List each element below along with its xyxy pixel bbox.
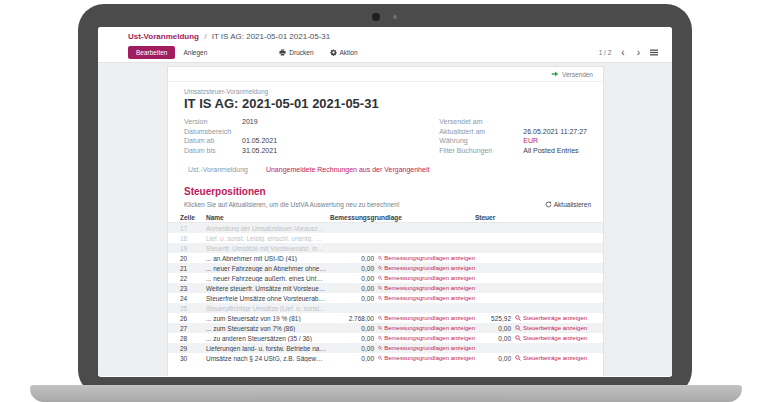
field-value: 01.05.2021 (242, 137, 277, 144)
base-amounts-link[interactable]: Bemessungsgrundlagen anzeigen (378, 265, 475, 271)
action-button-label: Aktion (340, 49, 358, 56)
tax-positions-table: Zeile Name Bemessungsgrundlage Steuer 17… (168, 213, 603, 363)
cell-tax-amount: 0,00 (475, 325, 515, 332)
cell-base-amount: 0,00 (330, 325, 378, 332)
breadcrumb-separator: / (204, 32, 206, 41)
cell-name: ... zu anderen Steuersätzen (35 / 36) (206, 335, 330, 342)
breadcrumb: Ust-Voranmeldung / IT IS AG: 2021-05-01 … (128, 32, 658, 41)
cell-zeile: 17 (180, 225, 206, 232)
edit-button[interactable]: Bearbeiten (128, 46, 175, 59)
app-screen: Ust-Voranmeldung / IT IS AG: 2021-05-01 … (98, 27, 672, 377)
cell-zeile: 25 (180, 305, 206, 312)
table-row: 24Steuerfreie Umsätze ohne Vorsteuerabzu… (168, 293, 603, 303)
table-row: 17Anmeldung der Umsatzsteuer-Vorauszahlu… (168, 223, 603, 233)
field-value: 2019 (242, 118, 258, 125)
gear-icon (330, 49, 337, 56)
base-amounts-link[interactable]: Bemessungsgrundlagen anzeigen (378, 285, 475, 291)
table-row: 25Steuerpflichtige Umsätze (Lief. u. son… (168, 303, 603, 313)
field-label: Versendet am (439, 118, 523, 125)
table-row: 27... zum Steuersatz von 7% (86)0,00Beme… (168, 323, 603, 333)
chevron-left-icon[interactable]: ‹ (619, 49, 626, 57)
magnifier-icon (378, 325, 382, 331)
cell-zeile: 30 (180, 355, 206, 362)
base-amounts-link[interactable]: Bemessungsgrundlagen anzeigen (378, 295, 475, 301)
refresh-hint-text: Klicken Sie auf Aktualisieren, um die Us… (184, 201, 400, 208)
cell-base-amount: 2.768,00 (330, 315, 378, 322)
magnifier-icon (515, 335, 521, 341)
magnifier-icon (378, 275, 382, 281)
cell-name: Steuerpflichtige Umsätze (Lief. u. sonst… (206, 305, 330, 312)
base-amounts-link-label: Bemessungsgrundlagen anzeigen (384, 335, 475, 341)
field-value: 26.05.2021 11:27:27 (523, 128, 587, 135)
table-row: 26... zum Steuersatz von 19 % (81)2.768,… (168, 313, 603, 323)
cell-base-amount: 0,00 (330, 345, 378, 352)
cell-name: ... zum Steuersatz von 7% (86) (206, 325, 330, 332)
base-amounts-link[interactable]: Bemessungsgrundlagen anzeigen (378, 275, 475, 281)
base-amounts-link[interactable]: Bemessungsgrundlagen anzeigen (378, 335, 475, 341)
base-amounts-link[interactable]: Bemessungsgrundlagen anzeigen (378, 315, 475, 321)
field-value: All Posted Entries (523, 147, 578, 154)
print-button[interactable]: Drucken (279, 49, 313, 56)
base-amounts-link[interactable]: Bemessungsgrundlagen anzeigen (378, 355, 475, 361)
send-button[interactable]: Versenden (168, 67, 603, 82)
camera-icon (372, 13, 380, 21)
table-row: 28... zu anderen Steuersätzen (35 / 36)0… (168, 333, 603, 343)
breadcrumb-document: IT IS AG: 2021-05-01 2021-05-31 (212, 32, 331, 41)
cell-zeile: 18 (180, 235, 206, 242)
refresh-icon (545, 201, 552, 208)
base-amounts-link-label: Bemessungsgrundlagen anzeigen (384, 265, 475, 271)
cell-name: Steuerfr. Umsätze mit Vorsteuerabz. inne… (206, 245, 330, 252)
cell-name: ... zum Steuersatz von 19 % (81) (206, 315, 330, 322)
page-background: Ust-Voranmeldung / IT IS AG: 2021-05-01 … (0, 0, 770, 402)
field-section: Version2019DatumsbereichDatum ab01.05.20… (168, 112, 603, 155)
base-amounts-link[interactable]: Bemessungsgrundlagen anzeigen (378, 325, 475, 331)
action-button[interactable]: Aktion (330, 49, 358, 56)
table-row: 29Lieferungen land- u. forstw. Betriebe … (168, 343, 603, 353)
tax-amounts-link-label: Steuerbeträge anzeigen (523, 335, 587, 341)
base-amounts-link[interactable]: Bemessungsgrundlagen anzeigen (378, 345, 475, 351)
magnifier-icon (378, 335, 382, 341)
field-value[interactable]: EUR (523, 137, 538, 144)
tax-amounts-link-label: Steuerbeträge anzeigen (523, 355, 587, 361)
table-body: 17Anmeldung der Umsatzsteuer-Vorauszahlu… (168, 223, 603, 363)
refresh-button[interactable]: Aktualisieren (545, 201, 591, 208)
toolbar-center: Drucken Aktion (279, 49, 357, 56)
magnifier-icon (378, 355, 382, 361)
menu-icon[interactable] (650, 49, 658, 56)
table-row: 23Weitere steuerfr. Umsätze mit Vorsteue… (168, 283, 603, 293)
tax-amounts-link[interactable]: Steuerbeträge anzeigen (515, 335, 595, 341)
cell-name: Umsätze nach § 24 UStG, z.B. Sägewerke, … (206, 355, 330, 362)
magnifier-icon (378, 285, 382, 291)
content-area: Versenden Umsatzsteuer-Voranmeldung IT I… (98, 63, 672, 376)
tax-amounts-link[interactable]: Steuerbeträge anzeigen (515, 315, 595, 321)
magnifier-icon (378, 265, 382, 271)
tax-amounts-link-label: Steuerbeträge anzeigen (523, 315, 587, 321)
cell-zeile: 19 (180, 245, 206, 252)
field-row: Datumsbereich (184, 127, 439, 137)
tab-1[interactable]: Unangemeldete Rechnungen aus der Vergang… (266, 166, 429, 173)
magnifier-icon (378, 295, 382, 301)
cell-base-amount: 0,00 (330, 285, 378, 292)
cell-name: ... neuer Fahrzeuge an Abnehmer ohne UST… (206, 265, 330, 272)
cell-tax-amount: 525,92 (475, 315, 515, 322)
tab-0[interactable]: Ust.-Voranmeldung (188, 166, 248, 173)
cell-name: Lief. u. sonst. Leistg. einschl. unentg.… (206, 235, 330, 242)
field-row: Datum ab01.05.2021 (184, 136, 439, 146)
tax-amounts-link[interactable]: Steuerbeträge anzeigen (515, 325, 595, 331)
cell-zeile: 27 (180, 325, 206, 332)
base-amounts-link-label: Bemessungsgrundlagen anzeigen (384, 325, 475, 331)
send-button-label: Versenden (562, 71, 593, 78)
breadcrumb-doctype-link[interactable]: Ust-Voranmeldung (128, 32, 199, 41)
refresh-button-label: Aktualisieren (554, 201, 591, 208)
create-button[interactable]: Anlegen (175, 46, 215, 59)
app-header: Ust-Voranmeldung / IT IS AG: 2021-05-01 … (98, 27, 672, 63)
cell-zeile: 26 (180, 315, 206, 322)
magnifier-icon (515, 355, 521, 361)
cell-base-amount: 0,00 (330, 275, 378, 282)
chevron-right-icon[interactable]: › (635, 49, 642, 57)
magnifier-icon (515, 325, 521, 331)
toolbar-right: 1 / 2 ‹ › (599, 49, 658, 57)
tax-amounts-link[interactable]: Steuerbeträge anzeigen (515, 355, 595, 361)
base-amounts-link[interactable]: Bemessungsgrundlagen anzeigen (378, 255, 475, 261)
fields-right: Versendet amAktualisiert am26.05.2021 11… (439, 117, 587, 155)
